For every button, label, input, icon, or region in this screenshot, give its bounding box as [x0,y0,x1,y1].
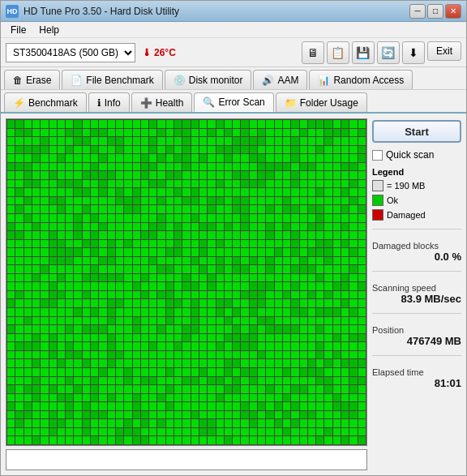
grid-cell [133,325,140,333]
toolbar-btn-1[interactable]: 🖥 [302,41,324,64]
grid-cell [308,402,315,410]
menu-help[interactable]: Help [32,23,66,37]
grid-cell [182,163,190,171]
grid-cell [116,428,123,436]
tab-error-scan[interactable]: 🔍 Error Scan [194,92,273,112]
grid-cell [349,274,357,282]
exit-button[interactable]: Exit [427,41,461,61]
grid-cell [316,377,323,385]
grid-cell [308,325,315,333]
grid-cell [266,240,273,248]
grid-cell [66,325,73,333]
grid-cell [199,129,207,137]
grid-cell [258,120,265,128]
grid-cell [166,154,174,162]
grid-cell [324,402,332,410]
toolbar-btn-2[interactable]: 📋 [327,41,349,64]
grid-cell [124,351,131,359]
grid-cell [15,146,23,154]
grid-cell [41,428,48,436]
tab-file-benchmark[interactable]: 📄 File Benchmark [62,70,162,89]
grid-cell [7,146,15,154]
quick-scan-checkbox[interactable] [372,150,383,161]
grid-cell [191,325,199,333]
grid-cell [291,342,298,350]
grid-cell [174,129,182,137]
grid-cell [208,180,215,188]
grid-cell [300,334,307,342]
grid-cell [116,171,123,179]
grid-cell [324,265,332,273]
tab-folder-usage[interactable]: 📁 Folder Usage [276,92,367,112]
grid-cell [191,291,199,299]
grid-cell [174,334,182,342]
toolbar-btn-5[interactable]: ⬇ [402,41,425,64]
grid-cell [133,180,140,188]
maximize-button[interactable]: □ [427,4,443,19]
grid-cell [32,248,40,256]
grid-cell [291,394,298,402]
tab-benchmark[interactable]: ⚡ Benchmark [4,92,87,112]
grid-cell [166,231,174,239]
grid-cell [66,248,73,256]
grid-cell [333,120,341,128]
grid-cell [24,428,32,436]
menu-file[interactable]: File [4,23,32,37]
grid-cell [83,428,90,436]
grid-cell [108,419,115,427]
grid-cell [7,154,15,162]
grid-cell [241,334,248,342]
grid-cell [283,223,290,231]
tab-health[interactable]: ➕ Health [131,92,193,112]
grid-cell [266,377,273,385]
grid-cell [208,282,215,290]
grid-cell [208,214,215,222]
grid-cell [199,436,207,444]
grid-cell [258,428,265,436]
tab-aam-label: AAM [277,75,298,86]
grid-cell [291,257,298,265]
grid-cell [58,291,65,299]
toolbar-btn-3[interactable]: 💾 [352,41,375,64]
grid-cell [41,299,48,307]
grid-cell [66,223,73,231]
grid-cell [199,257,207,265]
grid-cell [83,223,90,231]
grid-cell [99,171,106,179]
grid-cell [49,154,57,162]
grid-cell [283,120,290,128]
grid-cell [283,188,290,196]
start-button[interactable]: Start [372,120,461,143]
tab-aam[interactable]: 🔊 AAM [253,70,307,89]
toolbar-btn-4[interactable]: 🔄 [377,41,400,64]
grid-cell [308,163,315,171]
tab-disk-monitor[interactable]: 💿 Disk monitor [165,70,252,89]
grid-cell [316,197,323,205]
tab-erase[interactable]: 🗑 Erase [4,70,60,89]
grid-cell [233,137,240,145]
grid-cell [283,180,290,188]
grid-cell [174,240,182,248]
close-button[interactable]: ✕ [445,4,461,19]
grid-cell [149,257,156,265]
grid-cell [157,428,165,436]
grid-cell [41,205,48,213]
grid-cell [7,436,15,444]
tab-random-access[interactable]: 📊 Random Access [309,70,413,89]
drive-selector[interactable]: ST3500418AS (500 GB) [6,43,135,62]
grid-cell [199,299,207,307]
grid-cell [108,308,115,316]
tab-info[interactable]: ℹ Info [88,92,130,112]
minimize-button[interactable]: ─ [409,4,426,19]
grid-cell [141,240,148,248]
grid-cell [108,428,115,436]
grid-cell [208,163,215,171]
grid-cell [32,223,40,231]
grid-cell [7,248,15,256]
grid-cell [275,377,282,385]
grid-cell [216,436,224,444]
grid-cell [41,419,48,427]
grid-cell [349,419,357,427]
grid-cell [275,205,282,213]
grid-cell [241,428,248,436]
